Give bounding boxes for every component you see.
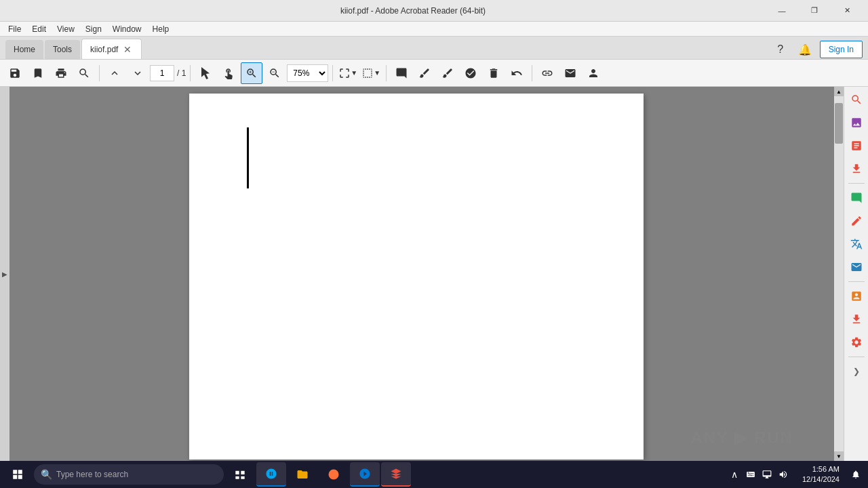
title-bar: kiiof.pdf - Adobe Acrobat Reader (64-bit… xyxy=(0,0,868,22)
scroll-up-button[interactable]: ▲ xyxy=(834,87,844,96)
sidebar-export-button[interactable] xyxy=(846,159,867,179)
sidebar-edit-button[interactable] xyxy=(846,211,867,231)
start-button[interactable] xyxy=(3,462,33,487)
marquee-icon xyxy=(338,67,351,79)
taskbar-search[interactable]: 🔍 Type here to search xyxy=(34,464,224,485)
cursor-tool-button[interactable] xyxy=(195,62,216,84)
undo-button[interactable] xyxy=(506,62,528,84)
tray-keyboard[interactable] xyxy=(744,462,757,487)
zoom-dropdown[interactable]: 75% 50% 100% 125% 150% 200% xyxy=(287,64,328,82)
sign-in-button[interactable]: Sign In xyxy=(820,41,863,58)
window-title: kiiof.pdf - Adobe Acrobat Reader (64-bit… xyxy=(60,6,766,16)
taskbar-tray: ∧ xyxy=(722,462,795,487)
highlight-button[interactable] xyxy=(414,62,435,84)
sidebar-export2-button[interactable] xyxy=(846,309,867,329)
tab-active-pdf: kiiof.pdf ✕ xyxy=(81,39,142,59)
page-navigation: / 1 xyxy=(150,65,186,81)
menu-view[interactable]: View xyxy=(52,23,80,35)
send-email-button[interactable] xyxy=(559,62,581,84)
action-center-button[interactable] xyxy=(846,462,865,487)
tray-volume[interactable] xyxy=(776,462,790,487)
tab-tools[interactable]: Tools xyxy=(45,40,80,59)
pdf-page xyxy=(189,94,644,460)
tab-home[interactable]: Home xyxy=(5,40,43,59)
print-icon xyxy=(55,67,67,79)
files-button[interactable] xyxy=(288,462,317,487)
save-button[interactable] xyxy=(4,62,26,84)
taskbar-clock[interactable]: 1:56 AM 12/14/2024 xyxy=(797,461,845,488)
scroll-down-button[interactable]: ▼ xyxy=(834,451,844,461)
zoom-out-button[interactable] xyxy=(264,62,285,84)
tray-show-hidden[interactable]: ∧ xyxy=(728,462,741,487)
save-icon xyxy=(9,67,21,79)
minimize-button[interactable]: — xyxy=(766,0,797,22)
pdf-cursor-line xyxy=(247,127,249,188)
sidebar-settings-icon xyxy=(850,336,863,348)
menu-sign[interactable]: Sign xyxy=(80,23,107,35)
account-icon xyxy=(587,67,599,79)
task-view-button[interactable] xyxy=(225,462,255,487)
left-panel-toggle[interactable]: ▶ xyxy=(0,87,9,461)
stamp-icon xyxy=(465,67,477,79)
page-number-input[interactable] xyxy=(150,65,174,81)
sidebar-image-button[interactable] xyxy=(846,113,867,133)
sidebar-collapse-button[interactable]: ❯ xyxy=(846,361,867,382)
delete-button[interactable] xyxy=(483,62,505,84)
acrobat-button[interactable] xyxy=(381,462,411,487)
print-button[interactable] xyxy=(50,62,72,84)
menu-edit[interactable]: Edit xyxy=(26,23,52,35)
zoom-in-button[interactable] xyxy=(241,62,262,84)
outlook-icon xyxy=(359,468,371,480)
bookmark-button[interactable] xyxy=(27,62,49,84)
separator-2 xyxy=(190,65,191,81)
undo-icon xyxy=(511,67,523,79)
find-button[interactable] xyxy=(73,62,95,84)
outlook-button[interactable] xyxy=(350,462,380,487)
taskbar-search-text: Type here to search xyxy=(56,470,128,479)
sidebar-pages-button[interactable] xyxy=(846,136,867,156)
sidebar-search-button[interactable] xyxy=(846,89,867,110)
sidebar-export-icon xyxy=(850,163,863,175)
edge-button[interactable] xyxy=(256,462,286,487)
right-sidebar: ❯ xyxy=(844,87,868,461)
acrobat-icon xyxy=(390,468,402,480)
menu-help[interactable]: Help xyxy=(147,23,175,35)
scroll-thumb[interactable] xyxy=(835,103,843,144)
sidebar-export2-icon xyxy=(850,313,863,325)
collapse-arrow-icon: ❯ xyxy=(853,367,860,376)
sidebar-settings-button[interactable] xyxy=(846,332,867,352)
stamp-button[interactable] xyxy=(460,62,481,84)
help-button[interactable]: ? xyxy=(771,40,790,59)
pencil-button[interactable] xyxy=(437,62,458,84)
comment-button[interactable] xyxy=(391,62,412,84)
sidebar-comment-icon xyxy=(850,192,863,204)
sidebar-sep-2 xyxy=(848,281,865,282)
select-tool-button[interactable]: ▼ xyxy=(360,62,382,84)
next-page-button[interactable] xyxy=(127,62,149,84)
zoom-out-icon xyxy=(269,67,281,79)
folder-icon xyxy=(296,468,309,481)
sidebar-share-icon xyxy=(850,261,863,273)
prev-page-button[interactable] xyxy=(104,62,125,84)
link-button[interactable] xyxy=(536,62,558,84)
maximize-button[interactable]: ❐ xyxy=(799,0,830,22)
account-button[interactable] xyxy=(583,62,604,84)
firefox-button[interactable] xyxy=(319,462,349,487)
menu-window[interactable]: Window xyxy=(107,23,147,35)
cursor-icon xyxy=(199,67,212,79)
tab-close-button[interactable]: ✕ xyxy=(122,44,133,55)
close-button[interactable]: ✕ xyxy=(831,0,863,22)
sidebar-thumbnail-button[interactable] xyxy=(846,286,867,306)
hand-tool-button[interactable] xyxy=(218,62,239,84)
notification-button[interactable]: 🔔 xyxy=(795,40,814,59)
tray-display[interactable] xyxy=(760,462,774,487)
marquee-tool-button[interactable]: ▼ xyxy=(337,62,359,84)
hand-icon xyxy=(222,67,235,79)
tray-caret-icon: ∧ xyxy=(731,469,738,480)
separator-5 xyxy=(532,65,532,81)
sidebar-share-button[interactable] xyxy=(846,257,867,277)
windows-icon xyxy=(12,468,24,481)
sidebar-comment-button[interactable] xyxy=(846,188,867,208)
menu-file[interactable]: File xyxy=(3,23,26,35)
sidebar-fill-sign-button[interactable] xyxy=(846,234,867,254)
